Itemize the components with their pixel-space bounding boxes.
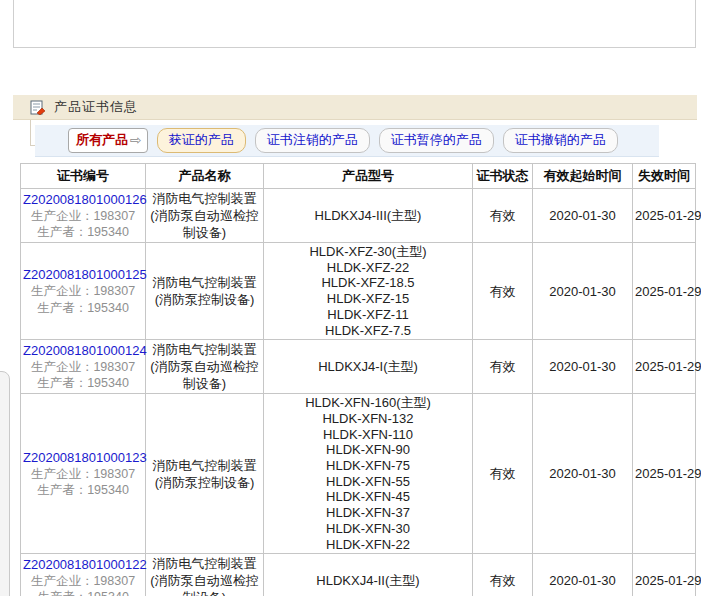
- panel-title: 产品证书信息: [54, 98, 138, 116]
- producer-company: 生产企业：198307: [23, 466, 143, 483]
- valid-to-cell: 2025-01-29: [633, 243, 696, 340]
- producer: 生产者：195340: [23, 300, 143, 317]
- tab-bar: 所有产品⇨获证的产品证书注销的产品证书暂停的产品证书撤销的产品: [35, 125, 659, 157]
- valid-from-cell: 2020-01-30: [533, 243, 633, 340]
- certificate-link[interactable]: Z2020081801000122: [23, 556, 143, 573]
- producer-company: 生产企业：198307: [23, 359, 143, 376]
- panel-header: 产品证书信息: [13, 95, 697, 120]
- model-line: HLDK-XFN-75: [266, 458, 470, 474]
- tab-label: 证书注销的产品: [267, 132, 358, 147]
- producer: 生产者：195340: [23, 224, 143, 241]
- page: 产品证书信息 所有产品⇨获证的产品证书注销的产品证书暂停的产品证书撤销的产品 证…: [0, 0, 701, 596]
- column-header: 有效起始时间: [533, 164, 633, 189]
- valid-to-cell: 2025-01-29: [633, 340, 696, 394]
- status-cell: 有效: [473, 189, 533, 243]
- status-cell: 有效: [473, 394, 533, 554]
- tab-filter-3[interactable]: 证书暂停的产品: [379, 128, 494, 153]
- producer: 生产者：195340: [23, 482, 143, 499]
- column-header: 产品名称: [146, 164, 264, 189]
- model-line: HLDK-XFZ-30(主型): [266, 244, 470, 260]
- producer-company: 生产企业：198307: [23, 573, 143, 590]
- producer: 生产者：195340: [23, 375, 143, 392]
- certificate-table: 证书编号产品名称产品型号证书状态有效起始时间失效时间 Z202008180100…: [20, 163, 696, 596]
- model-line: HLDK-XFN-37: [266, 505, 470, 521]
- valid-to-cell: 2025-01-29: [633, 189, 696, 243]
- table-row: Z2020081801000126生产企业：198307生产者：195340消防…: [21, 189, 696, 243]
- tree-connector-vertical: [30, 120, 31, 146]
- certificate-note-icon: [30, 100, 45, 115]
- producer: 生产者：195340: [23, 589, 143, 596]
- model-line: HLDK-XFZ-22: [266, 260, 470, 276]
- model-line: HLDK-XFN-45: [266, 489, 470, 505]
- producer-company: 生产企业：198307: [23, 283, 143, 300]
- model-line: HLDK-XFN-132: [266, 411, 470, 427]
- table-row: Z2020081801000122生产企业：198307生产者：195340消防…: [21, 554, 696, 596]
- model-line: HLDK-XFN-22: [266, 537, 470, 553]
- tab-filter-4[interactable]: 证书撤销的产品: [503, 128, 618, 153]
- product-name-cell: 消防电气控制装置(消防泵自动巡检控制设备): [146, 189, 264, 243]
- model-line: HLDK-XFN-110: [266, 427, 470, 443]
- cert-cell: Z2020081801000124生产企业：198307生产者：195340: [21, 340, 146, 394]
- tab-label: 获证的产品: [169, 132, 234, 147]
- model-line: HLDK-XFZ-15: [266, 291, 470, 307]
- table-row: Z2020081801000125生产企业：198307生产者：195340消防…: [21, 243, 696, 340]
- top-empty-panel: [13, 0, 696, 48]
- valid-to-cell: 2025-01-29: [633, 394, 696, 554]
- certificate-link[interactable]: Z2020081801000125: [23, 266, 143, 283]
- model-line: HLDK-XFZ-7.5: [266, 323, 470, 339]
- model-line: HLDK-XFN-30: [266, 521, 470, 537]
- column-header: 失效时间: [633, 164, 696, 189]
- model-line: HLDKXJ4-I(主型): [266, 359, 470, 375]
- tab-filter-1[interactable]: 获证的产品: [157, 128, 246, 153]
- producer-company: 生产企业：198307: [23, 208, 143, 225]
- column-header: 产品型号: [264, 164, 473, 189]
- side-widget-edge[interactable]: [0, 371, 10, 596]
- cert-cell: Z2020081801000123生产企业：198307生产者：195340: [21, 394, 146, 554]
- product-models-cell: HLDKXJ4-III(主型): [264, 189, 473, 243]
- product-name-cell: 消防电气控制装置(消防泵自动巡检控制设备): [146, 340, 264, 394]
- product-models-cell: HLDKXJ4-II(主型): [264, 554, 473, 596]
- product-name-cell: 消防电气控制装置(消防泵自动巡检控制设备): [146, 554, 264, 596]
- arrow-right-icon: ⇨: [130, 134, 142, 146]
- valid-to-cell: 2025-01-29: [633, 554, 696, 596]
- column-header: 证书编号: [21, 164, 146, 189]
- product-models-cell: HLDKXJ4-I(主型): [264, 340, 473, 394]
- certificate-link[interactable]: Z2020081801000123: [23, 449, 143, 466]
- status-cell: 有效: [473, 243, 533, 340]
- column-header: 证书状态: [473, 164, 533, 189]
- cert-cell: Z2020081801000122生产企业：198307生产者：195340: [21, 554, 146, 596]
- table-header-row: 证书编号产品名称产品型号证书状态有效起始时间失效时间: [21, 164, 696, 189]
- status-cell: 有效: [473, 340, 533, 394]
- certificate-link[interactable]: Z2020081801000126: [23, 191, 143, 208]
- model-line: HLDKXJ4-III(主型): [266, 208, 470, 224]
- model-line: HLDK-XFN-90: [266, 442, 470, 458]
- model-line: HLDKXJ4-II(主型): [266, 573, 470, 589]
- tab-filter-2[interactable]: 证书注销的产品: [255, 128, 370, 153]
- tab-label: 证书撤销的产品: [515, 132, 606, 147]
- tab-label: 证书暂停的产品: [391, 132, 482, 147]
- model-line: HLDK-XFN-160(主型): [266, 395, 470, 411]
- product-name-cell: 消防电气控制装置(消防泵控制设备): [146, 394, 264, 554]
- cert-cell: Z2020081801000125生产企业：198307生产者：195340: [21, 243, 146, 340]
- product-models-cell: HLDK-XFZ-30(主型)HLDK-XFZ-22HLDK-XFZ-18.5H…: [264, 243, 473, 340]
- valid-from-cell: 2020-01-30: [533, 394, 633, 554]
- certificate-link[interactable]: Z2020081801000124: [23, 342, 143, 359]
- valid-from-cell: 2020-01-30: [533, 554, 633, 596]
- tab-label: 所有产品: [76, 131, 128, 149]
- valid-from-cell: 2020-01-30: [533, 340, 633, 394]
- model-line: HLDK-XFZ-18.5: [266, 275, 470, 291]
- product-models-cell: HLDK-XFN-160(主型)HLDK-XFN-132HLDK-XFN-110…: [264, 394, 473, 554]
- model-line: HLDK-XFN-55: [266, 474, 470, 490]
- table-row: Z2020081801000123生产企业：198307生产者：195340消防…: [21, 394, 696, 554]
- cert-cell: Z2020081801000126生产企业：198307生产者：195340: [21, 189, 146, 243]
- tab-all-products[interactable]: 所有产品⇨: [68, 128, 148, 153]
- product-name-cell: 消防电气控制装置(消防泵控制设备): [146, 243, 264, 340]
- table-row: Z2020081801000124生产企业：198307生产者：195340消防…: [21, 340, 696, 394]
- valid-from-cell: 2020-01-30: [533, 189, 633, 243]
- status-cell: 有效: [473, 554, 533, 596]
- model-line: HLDK-XFZ-11: [266, 307, 470, 323]
